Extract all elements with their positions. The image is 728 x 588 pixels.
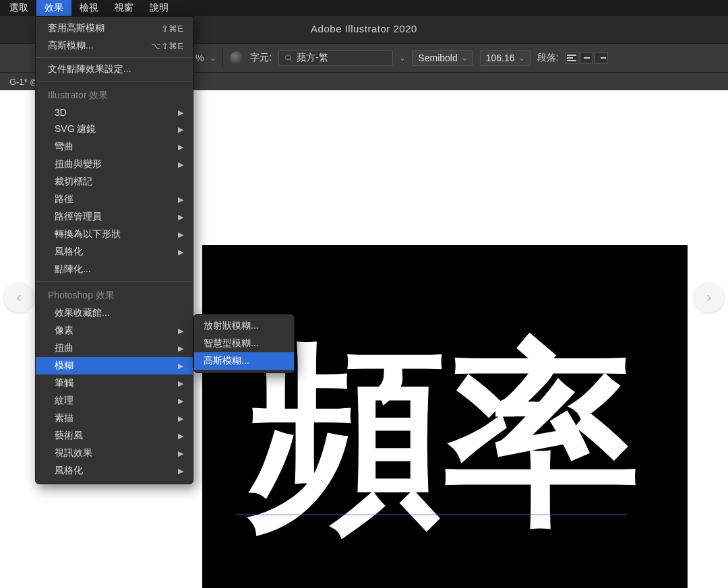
align-center-button[interactable] — [580, 52, 593, 64]
menu-row-label: 像素 — [55, 325, 73, 337]
menu-item-3D[interactable]: 3D▶ — [36, 104, 193, 121]
menu-item-路徑管理員[interactable]: 路徑管理員▶ — [36, 208, 193, 226]
effects-menu: 套用高斯模糊⇧⌘E高斯模糊...⌥⇧⌘E文件點陣效果設定...Illustrat… — [35, 16, 193, 484]
menu-item-彎曲[interactable]: 彎曲▶ — [36, 138, 193, 156]
menu-item-模糊[interactable]: 模糊▶ — [36, 357, 193, 374]
menu-item-裁切標記[interactable]: 裁切標記 — [36, 173, 193, 191]
submenu-arrow-icon: ▶ — [178, 397, 183, 405]
menu-separator — [36, 57, 193, 58]
menu-row-label: 套用高斯模糊 — [48, 22, 104, 34]
blur-submenu: 放射狀模糊...智慧型模糊...高斯模糊... — [193, 314, 295, 373]
submenu-arrow-icon: ▶ — [178, 125, 183, 134]
chevron-down-icon[interactable]: ⌄ — [210, 55, 216, 62]
menu-row-label: 3D — [55, 107, 67, 118]
menu-row-label: 風格化 — [55, 246, 83, 258]
submenu-arrow-icon: ▶ — [178, 344, 183, 353]
menu-item-筆觸[interactable]: 筆觸▶ — [36, 374, 193, 392]
svg-line-1 — [291, 59, 293, 61]
zoom-percent-suffix: % — [195, 53, 204, 63]
menu-row-label: 模糊 — [55, 360, 73, 372]
submenu-item-放射狀模糊...[interactable]: 放射狀模糊... — [194, 317, 294, 335]
font-weight-dropdown[interactable]: Semibold ⌄ — [412, 50, 473, 66]
menu-row-label: 文件點陣效果設定... — [48, 63, 131, 75]
submenu-arrow-icon: ▶ — [178, 414, 183, 423]
submenu-arrow-icon: ▶ — [178, 108, 183, 117]
menu-item-點陣化...[interactable]: 點陣化... — [36, 261, 193, 278]
menu-選取[interactable]: 選取 — [1, 0, 36, 16]
paragraph-align-group — [565, 52, 608, 64]
appearance-icon[interactable] — [230, 51, 243, 65]
menu-item-效果收藏館...[interactable]: 效果收藏館... — [36, 304, 193, 322]
menu-row-label: 紋理 — [55, 395, 73, 407]
submenu-arrow-icon: ▶ — [178, 213, 183, 222]
artboard-text[interactable]: 頻率 — [249, 306, 640, 569]
menubar: 選取效果檢視視窗說明 — [0, 0, 728, 16]
menu-row-label: 風格化 — [55, 465, 83, 477]
artboard[interactable]: 頻率 — [202, 245, 688, 588]
text-baseline — [236, 515, 627, 515]
menu-row-label: 藝術風 — [55, 430, 83, 442]
menu-item-風格化[interactable]: 風格化▶ — [36, 462, 193, 480]
menu-row-label: 路徑 — [55, 193, 73, 205]
menu-row-label: 素描 — [55, 412, 73, 424]
menu-item-路徑[interactable]: 路徑▶ — [36, 191, 193, 208]
paragraph-label: 段落: — [537, 52, 559, 64]
submenu-item-高斯模糊...[interactable]: 高斯模糊... — [194, 352, 294, 370]
submenu-arrow-icon: ▶ — [178, 449, 183, 458]
menu-item-紋理[interactable]: 紋理▶ — [36, 392, 193, 410]
menu-row-label: 高斯模糊... — [48, 40, 94, 52]
menu-item-doc-raster[interactable]: 文件點陣效果設定... — [36, 61, 193, 78]
search-icon — [284, 54, 293, 62]
menu-row-label: 視訊效果 — [55, 447, 92, 459]
menu-檢視[interactable]: 檢視 — [71, 0, 107, 16]
align-right-button[interactable] — [595, 52, 608, 64]
menu-row-label: Photoshop 效果 — [48, 290, 115, 302]
font-size-field[interactable]: 106.16 ⌄ — [480, 50, 530, 66]
menu-item-素描[interactable]: 素描▶ — [36, 410, 193, 427]
align-left-button[interactable] — [565, 52, 578, 64]
section-photoshop: Photoshop 效果 — [36, 284, 193, 304]
menu-shortcut: ⇧⌘E — [161, 24, 183, 34]
menu-row-label: 效果收藏館... — [55, 307, 110, 319]
divider — [222, 48, 223, 67]
submenu-arrow-icon: ▶ — [178, 248, 183, 257]
menu-row-label: SVG 濾鏡 — [55, 123, 96, 135]
font-size-value: 106.16 — [486, 53, 515, 63]
submenu-item-智慧型模糊...[interactable]: 智慧型模糊... — [194, 335, 294, 352]
menu-item-套用高斯模糊[interactable]: 套用高斯模糊⇧⌘E — [36, 20, 193, 37]
menu-row-label: 扭曲與變形 — [55, 158, 102, 170]
prev-image-button[interactable]: ‹ — [4, 283, 34, 313]
submenu-arrow-icon: ▶ — [178, 160, 183, 169]
chevron-down-icon: ⌄ — [462, 55, 467, 62]
menu-item-轉換為以下形狀[interactable]: 轉換為以下形狀▶ — [36, 226, 193, 243]
font-weight-value: Semibold — [418, 53, 457, 63]
menu-視窗[interactable]: 視窗 — [107, 0, 142, 16]
menu-說明[interactable]: 說明 — [142, 0, 177, 16]
font-family-value: 蘋方-繁 — [297, 52, 328, 64]
menu-separator — [36, 281, 193, 282]
menu-row-label: 裁切標記 — [55, 176, 92, 188]
menu-item-SVG 濾鏡[interactable]: SVG 濾鏡▶ — [36, 121, 193, 138]
chevron-down-icon: ⌄ — [519, 55, 524, 62]
chevron-down-icon[interactable]: ⌄ — [400, 55, 405, 62]
submenu-arrow-icon: ▶ — [178, 143, 183, 152]
menu-item-像素[interactable]: 像素▶ — [36, 322, 193, 339]
submenu-arrow-icon: ▶ — [178, 327, 183, 335]
menu-row-label: 點陣化... — [55, 263, 91, 275]
next-image-button[interactable]: › — [694, 283, 724, 313]
menu-row-label: 扭曲 — [55, 342, 73, 354]
menu-item-視訊效果[interactable]: 視訊效果▶ — [36, 445, 193, 462]
menu-item-扭曲與變形[interactable]: 扭曲與變形▶ — [36, 156, 193, 173]
submenu-arrow-icon: ▶ — [178, 379, 183, 388]
submenu-arrow-icon: ▶ — [178, 362, 183, 370]
section-illustrator: Illustrator 效果 — [36, 84, 193, 104]
menu-row-label: 路徑管理員 — [55, 211, 102, 223]
menu-item-高斯模糊...[interactable]: 高斯模糊...⌥⇧⌘E — [36, 37, 193, 55]
menu-item-風格化[interactable]: 風格化▶ — [36, 243, 193, 261]
font-family-field[interactable]: 蘋方-繁 — [278, 50, 393, 66]
menu-row-label: 彎曲 — [55, 141, 73, 153]
menu-item-藝術風[interactable]: 藝術風▶ — [36, 427, 193, 445]
menu-效果[interactable]: 效果 — [36, 0, 71, 16]
menu-item-扭曲[interactable]: 扭曲▶ — [36, 339, 193, 357]
submenu-arrow-icon: ▶ — [178, 230, 183, 239]
